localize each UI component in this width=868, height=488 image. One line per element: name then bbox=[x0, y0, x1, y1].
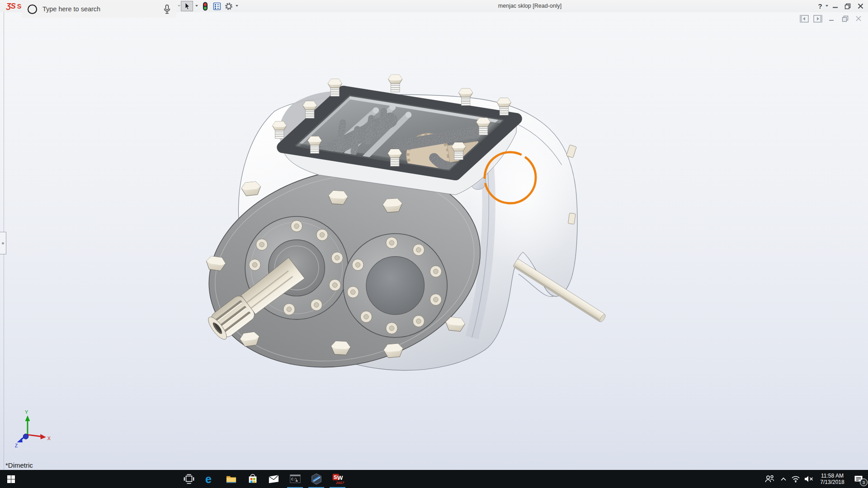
view-orientation-label: *Dimetric bbox=[5, 461, 33, 469]
clock-date: 7/13/2018 bbox=[820, 479, 844, 485]
svg-text:e: e bbox=[205, 473, 212, 485]
help-button[interactable]: ? bbox=[816, 0, 825, 12]
select-tool-dropdown[interactable] bbox=[195, 5, 198, 7]
command-prompt-button[interactable]: C:\ bbox=[284, 470, 306, 488]
system-tray: 11:58 AM 7/13/2018 3 bbox=[761, 470, 868, 488]
composer-hexagon-icon bbox=[310, 473, 323, 485]
display-pane-icon bbox=[212, 2, 222, 11]
svg-text:C:\: C:\ bbox=[291, 477, 297, 481]
network-button[interactable] bbox=[789, 470, 802, 488]
housing-tab-lower bbox=[568, 213, 576, 224]
chevron-up-icon bbox=[780, 477, 787, 481]
cortana-icon bbox=[28, 5, 37, 14]
notification-badge: 3 bbox=[860, 479, 868, 486]
action-center-button[interactable]: 3 bbox=[849, 470, 868, 488]
windows-logo-icon bbox=[7, 475, 15, 483]
clock-time: 11:58 AM bbox=[820, 473, 844, 479]
file-explorer-icon bbox=[225, 473, 237, 485]
edge-icon: e bbox=[204, 473, 216, 485]
taskbar-apps: e C:\ bbox=[178, 470, 348, 488]
help-dropdown[interactable] bbox=[826, 5, 828, 7]
start-button[interactable] bbox=[0, 470, 22, 488]
window-close-button[interactable] bbox=[855, 0, 865, 12]
select-tool-button[interactable] bbox=[181, 1, 193, 11]
taskbar-search[interactable] bbox=[22, 0, 176, 18]
volume-muted-icon bbox=[804, 475, 814, 483]
close-icon bbox=[858, 3, 863, 9]
file-explorer-button[interactable] bbox=[221, 470, 242, 488]
options-button[interactable] bbox=[223, 1, 234, 11]
window-restore-button[interactable] bbox=[843, 0, 853, 12]
svg-text:S: S bbox=[334, 474, 337, 480]
output-bearing-cover bbox=[343, 234, 447, 338]
x-axis-arrow-icon bbox=[40, 434, 46, 440]
volume-button[interactable] bbox=[802, 470, 816, 488]
minimize-icon bbox=[832, 3, 838, 9]
undo-dropdown[interactable] bbox=[178, 5, 180, 7]
y-axis-arrow-icon bbox=[25, 415, 30, 421]
options-dropdown[interactable] bbox=[236, 5, 238, 7]
solidworks-2017-icon: S W 2017 bbox=[331, 472, 344, 486]
taskbar-clock[interactable]: 11:58 AM 7/13/2018 bbox=[816, 470, 849, 488]
document-title: menjac sklop [Read-only] bbox=[476, 3, 584, 9]
store-icon bbox=[247, 473, 259, 485]
restore-icon bbox=[844, 3, 851, 9]
selection-filter-button[interactable] bbox=[200, 1, 211, 11]
wifi-icon bbox=[791, 475, 800, 483]
graphics-viewport[interactable]: Y X Z *Dimetric bbox=[0, 12, 868, 470]
svg-text:W: W bbox=[337, 474, 343, 481]
orientation-triad: Y X Z bbox=[15, 409, 51, 448]
store-button[interactable] bbox=[242, 470, 263, 488]
traffic-light-icon bbox=[202, 2, 208, 11]
triad-x-label: X bbox=[47, 436, 51, 441]
select-cursor-icon bbox=[183, 2, 191, 10]
solidworks-logo-mark: ƷS bbox=[6, 2, 15, 11]
hidden-icons-button[interactable] bbox=[778, 470, 789, 488]
search-input[interactable] bbox=[42, 5, 164, 13]
mail-icon bbox=[268, 473, 280, 485]
solidworks-2017-button[interactable]: S W 2017 bbox=[327, 470, 348, 488]
triad-z-label: Z bbox=[15, 443, 18, 448]
solidworks-composer-button[interactable] bbox=[306, 470, 327, 488]
people-button[interactable] bbox=[761, 470, 778, 488]
mail-button[interactable] bbox=[263, 470, 284, 488]
task-view-icon bbox=[183, 473, 195, 485]
triad-y-label: Y bbox=[25, 409, 28, 415]
solidworks-window: ƷS SOLID WORKS bbox=[0, 0, 868, 488]
command-prompt-icon: C:\ bbox=[289, 473, 302, 485]
microphone-icon[interactable] bbox=[164, 5, 170, 14]
svg-text:2017: 2017 bbox=[335, 481, 344, 485]
z-axis-arrow-icon bbox=[17, 438, 23, 442]
edge-button[interactable]: e bbox=[199, 470, 221, 488]
gearbox-3d-model[interactable]: Y X Z bbox=[0, 12, 868, 470]
task-view-button[interactable] bbox=[178, 470, 199, 488]
people-icon bbox=[764, 474, 774, 483]
display-settings-button[interactable] bbox=[212, 1, 222, 11]
windows-taskbar bbox=[0, 470, 868, 488]
window-minimize-button[interactable] bbox=[830, 0, 840, 12]
gear-icon bbox=[224, 2, 233, 11]
